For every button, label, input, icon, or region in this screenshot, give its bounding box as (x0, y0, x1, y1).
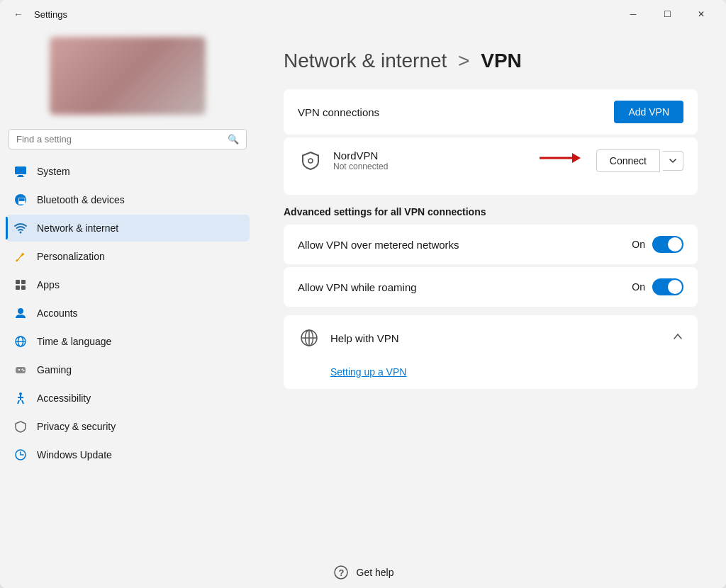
red-arrow-icon (538, 147, 581, 174)
sidebar-item-label: Personalization (37, 251, 105, 262)
metered-toggle[interactable] (652, 236, 683, 253)
add-vpn-button[interactable]: Add VPN (614, 101, 683, 123)
svg-point-5 (20, 232, 22, 234)
help-section: Help with VPN Setting up a VPN (284, 315, 698, 389)
sidebar-item-label: Gaming (37, 364, 72, 375)
titlebar-left: ← Settings (9, 4, 67, 24)
sidebar-item-update[interactable]: Windows Update (6, 441, 250, 468)
metered-toggle-right: On (632, 236, 683, 253)
sidebar-item-label: Time & language (37, 336, 111, 347)
svg-point-17 (22, 369, 23, 371)
main-content: Network & internet > VPN VPN connections… (255, 28, 726, 557)
minimize-button[interactable]: ─ (617, 3, 649, 26)
connect-button-wrap: Connect (596, 149, 683, 172)
sidebar-item-privacy[interactable]: Privacy & security (6, 413, 250, 440)
breadcrumb-current: VPN (481, 50, 522, 72)
vpn-connections-row: VPN connections Add VPN (284, 89, 698, 135)
game-icon (13, 362, 28, 378)
help-header[interactable]: Help with VPN (284, 315, 698, 361)
get-help-text[interactable]: Get help (357, 567, 394, 578)
svg-line-22 (18, 400, 19, 404)
metered-status: On (632, 239, 645, 250)
metered-networks-card: Allow VPN over metered networks On (284, 225, 698, 264)
svg-rect-2 (17, 176, 24, 177)
bottom-bar: ? Get help (0, 557, 726, 588)
svg-line-23 (22, 400, 23, 404)
brush-icon (13, 249, 28, 264)
accessibility-icon (13, 390, 28, 406)
svg-point-25 (308, 159, 313, 163)
svg-marker-27 (572, 153, 581, 163)
sidebar-item-network[interactable]: Network & internet (6, 215, 250, 242)
user-avatar (50, 37, 206, 115)
page-header: Network & internet > VPN (284, 50, 698, 72)
monitor-icon (13, 164, 28, 179)
sidebar: 🔍 System ⬓ Bluetooth & devices (0, 28, 255, 557)
apps-icon (13, 277, 28, 293)
vpn-connections-card: VPN connections Add VPN (284, 89, 698, 135)
help-link[interactable]: Setting up a VPN (284, 361, 698, 389)
sidebar-item-time[interactable]: Time & language (6, 328, 250, 355)
sidebar-item-apps[interactable]: Apps (6, 271, 250, 298)
search-input[interactable] (16, 134, 222, 145)
sidebar-item-accessibility[interactable]: Accessibility (6, 385, 250, 412)
vpn-status: Not connected (333, 162, 528, 171)
svg-rect-7 (21, 280, 26, 284)
get-help-icon: ? (333, 564, 350, 581)
svg-point-19 (19, 392, 22, 395)
wifi-icon (13, 220, 28, 236)
sidebar-item-accounts[interactable]: Accounts (6, 300, 250, 327)
sidebar-item-label: Network & internet (37, 222, 118, 234)
help-globe-icon (298, 327, 320, 349)
shield-icon (13, 419, 28, 434)
globe-icon (13, 334, 28, 349)
content-area: 🔍 System ⬓ Bluetooth & devices (0, 28, 726, 557)
advanced-section-title: Advanced settings for all VPN connection… (284, 206, 698, 217)
vpn-shield-icon (298, 148, 323, 174)
sidebar-item-gaming[interactable]: Gaming (6, 356, 250, 383)
breadcrumb-sep: > (458, 50, 475, 72)
sidebar-item-personalization[interactable]: Personalization (6, 243, 250, 270)
back-button[interactable]: ← (9, 4, 28, 24)
roaming-toggle-row: Allow VPN while roaming On (284, 267, 698, 307)
metered-toggle-row: Allow VPN over metered networks On (284, 225, 698, 264)
roaming-status: On (632, 281, 645, 293)
vpn-connections-label: VPN connections (298, 106, 379, 118)
close-button[interactable]: ✕ (685, 3, 717, 26)
connect-dropdown[interactable] (663, 151, 683, 171)
help-title: Help with VPN (330, 332, 399, 344)
person-icon (13, 305, 28, 321)
metered-label: Allow VPN over metered networks (298, 239, 459, 251)
svg-rect-0 (15, 166, 26, 174)
roaming-card: Allow VPN while roaming On (284, 267, 698, 307)
titlebar: ← Settings ─ ☐ ✕ (0, 0, 726, 28)
chevron-up-icon (672, 331, 683, 345)
window-title: Settings (34, 9, 67, 20)
vpn-info: NordVPN Not connected (333, 149, 528, 171)
breadcrumb-parent: Network & internet (284, 50, 447, 72)
bluetooth-icon: ⬓ (13, 192, 28, 208)
svg-point-10 (18, 308, 23, 314)
svg-text:⬓: ⬓ (18, 196, 26, 205)
help-header-left: Help with VPN (298, 327, 399, 349)
maximize-button[interactable]: ☐ (651, 3, 683, 26)
sidebar-item-bluetooth[interactable]: ⬓ Bluetooth & devices (6, 186, 250, 213)
sidebar-item-system[interactable]: System (6, 158, 250, 185)
sidebar-item-label: Apps (37, 279, 60, 290)
search-icon: 🔍 (228, 134, 239, 145)
sidebar-item-label: Windows Update (37, 449, 112, 460)
svg-rect-9 (21, 285, 26, 290)
svg-text:?: ? (338, 567, 344, 578)
roaming-toggle[interactable] (652, 278, 683, 295)
sidebar-item-label: System (37, 166, 70, 177)
titlebar-controls: ─ ☐ ✕ (617, 3, 717, 26)
nordvpn-row: NordVPN Not connected Connect (284, 137, 698, 183)
search-box[interactable]: 🔍 (9, 129, 247, 149)
sidebar-item-label: Accessibility (37, 392, 91, 404)
update-icon (13, 447, 28, 463)
roaming-toggle-right: On (632, 278, 683, 295)
connect-button[interactable]: Connect (596, 149, 660, 172)
svg-rect-6 (16, 280, 20, 284)
svg-point-18 (23, 370, 25, 371)
svg-rect-8 (16, 285, 20, 290)
